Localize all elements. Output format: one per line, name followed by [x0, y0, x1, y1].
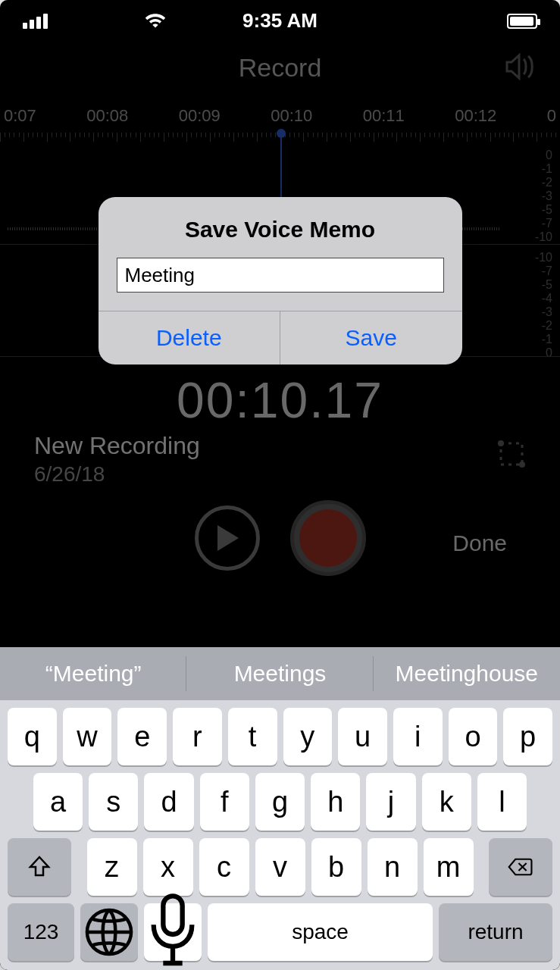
done-button[interactable]: Done: [452, 530, 507, 556]
recording-title: New Recording: [34, 432, 200, 460]
svg-rect-4: [163, 896, 182, 935]
key-r[interactable]: r: [173, 708, 222, 765]
wifi-icon: [145, 11, 166, 31]
timeline-label: 00:08: [86, 106, 128, 126]
backspace-key[interactable]: [489, 838, 552, 896]
numbers-key[interactable]: 123: [8, 903, 74, 961]
key-j[interactable]: j: [366, 773, 415, 831]
svg-rect-0: [501, 443, 522, 465]
key-g[interactable]: g: [255, 773, 305, 831]
key-x[interactable]: x: [143, 838, 193, 896]
return-key[interactable]: return: [439, 903, 552, 961]
globe-key[interactable]: [80, 903, 138, 961]
key-z[interactable]: z: [87, 838, 137, 896]
key-f[interactable]: f: [200, 773, 249, 831]
key-w[interactable]: w: [63, 708, 112, 765]
key-c[interactable]: c: [199, 838, 249, 896]
key-u[interactable]: u: [338, 708, 387, 765]
keyboard: “Meeting” Meetings Meetinghouse qwertyui…: [0, 647, 560, 970]
page-title: Record: [0, 53, 560, 83]
timeline-label: 00:12: [455, 106, 496, 126]
timeline-label: 00:10: [271, 106, 312, 126]
key-p[interactable]: p: [503, 708, 552, 765]
key-b[interactable]: b: [311, 838, 361, 896]
trim-icon[interactable]: [493, 436, 530, 475]
key-t[interactable]: t: [228, 708, 277, 765]
key-y[interactable]: y: [283, 708, 333, 765]
speaker-icon[interactable]: [504, 53, 537, 83]
play-button[interactable]: [195, 505, 260, 571]
shift-key[interactable]: [8, 838, 71, 896]
save-button[interactable]: Save: [280, 311, 462, 365]
prediction-bar: “Meeting” Meetings Meetinghouse: [0, 647, 560, 700]
memo-name-input[interactable]: [117, 258, 444, 293]
key-e[interactable]: e: [117, 708, 167, 765]
status-bar: 9:35 AM: [0, 0, 560, 42]
prediction-option[interactable]: “Meeting”: [0, 647, 186, 700]
recording-date: 6/26/18: [34, 462, 105, 487]
timeline-label: 0: [547, 106, 556, 126]
space-key[interactable]: space: [208, 903, 433, 961]
timeline-label: 0:07: [4, 106, 36, 126]
dialog-title: Save Voice Memo: [99, 197, 462, 258]
key-d[interactable]: d: [144, 773, 193, 831]
elapsed-time: 00:10.17: [0, 371, 560, 429]
battery-icon: [507, 14, 537, 29]
key-n[interactable]: n: [368, 838, 418, 896]
record-button[interactable]: [290, 500, 366, 576]
key-s[interactable]: s: [89, 773, 138, 831]
cellular-signal-icon: [23, 14, 48, 29]
svg-point-2: [519, 462, 525, 468]
key-i[interactable]: i: [393, 708, 443, 765]
key-q[interactable]: q: [8, 708, 57, 765]
key-h[interactable]: h: [311, 773, 360, 831]
key-a[interactable]: a: [33, 773, 83, 831]
timeline-label: 00:11: [363, 106, 405, 126]
key-k[interactable]: k: [422, 773, 471, 831]
status-time: 9:35 AM: [185, 9, 375, 33]
db-scale-bottom: -10-7-5-4-3-2-10: [535, 250, 552, 359]
prediction-option[interactable]: Meetings: [186, 647, 373, 700]
prediction-option[interactable]: Meetinghouse: [374, 647, 560, 700]
svg-point-1: [498, 440, 504, 446]
dictation-key[interactable]: [144, 903, 202, 961]
key-v[interactable]: v: [255, 838, 305, 896]
key-o[interactable]: o: [449, 708, 498, 765]
delete-button[interactable]: Delete: [99, 311, 281, 365]
key-m[interactable]: m: [424, 838, 474, 896]
timeline-label: 00:09: [179, 106, 221, 126]
save-memo-dialog: Save Voice Memo Delete Save: [99, 197, 462, 365]
db-scale-top: 0-1-2-3-5-7-10: [535, 148, 552, 243]
key-l[interactable]: l: [477, 773, 527, 831]
phone-frame: 9:35 AM Record 0:07 00:08 00:09 00:10 00…: [0, 0, 560, 970]
